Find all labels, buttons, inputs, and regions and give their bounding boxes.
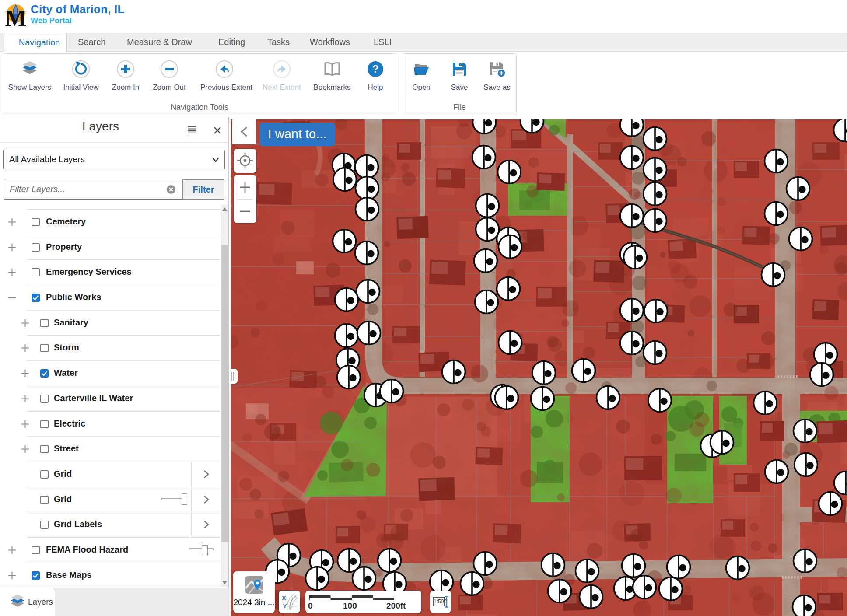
svg-text:X: X: [282, 594, 286, 602]
svg-text:Y: Y: [283, 602, 287, 609]
svg-text:?: ?: [372, 63, 379, 75]
svg-text:M: M: [5, 6, 26, 28]
